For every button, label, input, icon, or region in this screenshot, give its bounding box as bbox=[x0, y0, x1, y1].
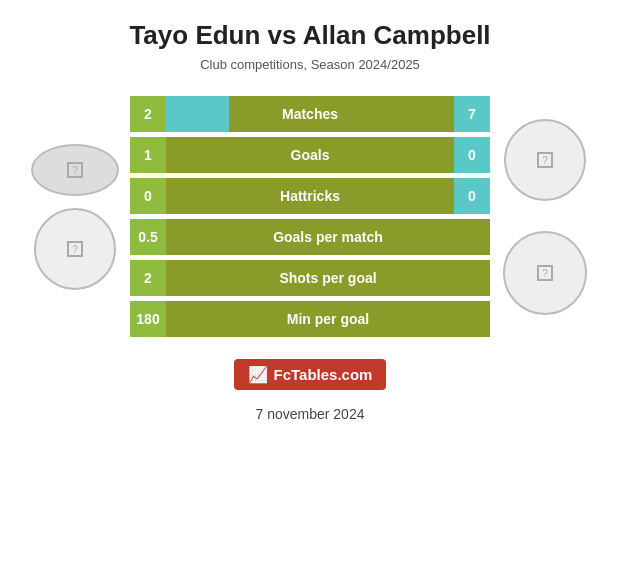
stat-left-value: 180 bbox=[130, 301, 166, 337]
stat-bar: Min per goal bbox=[166, 301, 490, 337]
stat-bar: Goals per match bbox=[166, 219, 490, 255]
watermark-icon: 📈 bbox=[248, 365, 268, 384]
stats-section: 2Matches71Goals00Hattricks00.5Goals per … bbox=[20, 96, 600, 337]
image-placeholder-right-bottom bbox=[537, 265, 553, 281]
stat-bar: Goals bbox=[166, 137, 454, 173]
left-player-avatars bbox=[20, 144, 130, 290]
stat-left-value: 0 bbox=[130, 178, 166, 214]
stat-left-value: 1 bbox=[130, 137, 166, 173]
watermark: 📈 FcTables.com bbox=[234, 359, 387, 390]
watermark-box: 📈 FcTables.com bbox=[234, 359, 387, 390]
right-player-avatar-bottom bbox=[503, 231, 587, 315]
image-placeholder-left-top bbox=[67, 162, 83, 178]
stat-bar: Matches bbox=[166, 96, 454, 132]
stat-left-value: 2 bbox=[130, 96, 166, 132]
stat-label: Matches bbox=[282, 106, 338, 122]
stat-row: 180Min per goal bbox=[130, 301, 490, 337]
stat-right-value: 0 bbox=[454, 137, 490, 173]
stats-column: 2Matches71Goals00Hattricks00.5Goals per … bbox=[130, 96, 490, 337]
page-title: Tayo Edun vs Allan Campbell bbox=[129, 20, 490, 51]
watermark-text: FcTables.com bbox=[274, 366, 373, 383]
stat-right-value: 0 bbox=[454, 178, 490, 214]
image-placeholder-right-top bbox=[537, 152, 553, 168]
stat-label: Min per goal bbox=[287, 311, 369, 327]
stat-label: Goals bbox=[291, 147, 330, 163]
stat-row: 0.5Goals per match bbox=[130, 219, 490, 255]
stat-label: Hattricks bbox=[280, 188, 340, 204]
stat-bar: Hattricks bbox=[166, 178, 454, 214]
stat-row: 2Matches7 bbox=[130, 96, 490, 132]
date-label: 7 november 2024 bbox=[256, 406, 365, 422]
left-player-avatar-top bbox=[31, 144, 119, 196]
stat-label: Shots per goal bbox=[279, 270, 376, 286]
page-subtitle: Club competitions, Season 2024/2025 bbox=[200, 57, 420, 72]
image-placeholder-left-bottom bbox=[67, 241, 83, 257]
stat-left-value: 2 bbox=[130, 260, 166, 296]
right-player-avatar-top bbox=[504, 119, 586, 201]
stat-label: Goals per match bbox=[273, 229, 383, 245]
stat-left-value: 0.5 bbox=[130, 219, 166, 255]
left-player-avatar-bottom bbox=[34, 208, 116, 290]
stat-row: 2Shots per goal bbox=[130, 260, 490, 296]
stat-row: 0Hattricks0 bbox=[130, 178, 490, 214]
stat-bar: Shots per goal bbox=[166, 260, 490, 296]
stat-right-value: 7 bbox=[454, 96, 490, 132]
right-player-avatars bbox=[490, 119, 600, 315]
stat-row: 1Goals0 bbox=[130, 137, 490, 173]
